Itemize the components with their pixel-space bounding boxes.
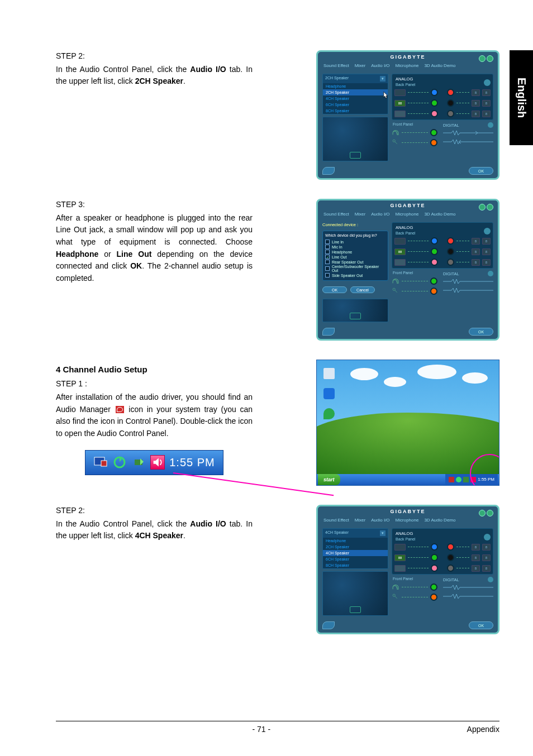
tab-audio-io[interactable]: Audio I/O <box>371 518 389 523</box>
jack-pink[interactable] <box>431 564 438 572</box>
dropdown-option[interactable]: 4CH Speaker <box>323 550 388 556</box>
checkbox[interactable] <box>325 240 330 244</box>
settings-icon[interactable] <box>488 577 493 582</box>
speaker-select-dropdown[interactable]: 4CH Speaker▾ Headphone 2CH Speaker 4CH S… <box>322 528 388 569</box>
dropdown-option[interactable]: 8CH Speaker <box>323 108 388 114</box>
close-icon[interactable] <box>487 55 493 62</box>
headphone-icon <box>392 128 399 136</box>
tray-refresh-icon[interactable] <box>112 455 127 470</box>
front-jack-orange[interactable] <box>430 594 437 601</box>
step1-4ch-text-block: 4 Channel Audio Setup STEP 1 : After ins… <box>56 360 253 475</box>
desktop-shortcut-icon[interactable] <box>321 386 337 401</box>
text: In the Audio Control Panel, click the <box>56 65 190 74</box>
speaker-sm-icon: 8 <box>482 111 491 117</box>
tab-audio-io[interactable]: Audio I/O <box>371 63 389 68</box>
tab-microphone[interactable]: Microphone <box>396 518 419 523</box>
desktop-recycle-bin-icon[interactable] <box>321 366 337 381</box>
tab-sound-effect[interactable]: Sound Effect <box>323 212 349 217</box>
tray-audio-manager-icon[interactable] <box>150 455 165 470</box>
close-icon[interactable] <box>487 510 493 516</box>
ok-button[interactable]: OK <box>469 167 493 175</box>
ok-button[interactable]: OK <box>469 621 493 629</box>
desktop-shortcut-icon[interactable] <box>321 406 337 422</box>
jack-grey[interactable] <box>447 564 454 572</box>
info-icon[interactable] <box>322 621 335 629</box>
tab-mixer[interactable]: Mixer <box>355 63 366 68</box>
settings-icon[interactable] <box>484 79 491 86</box>
jack-black[interactable] <box>447 99 454 107</box>
tab-3d-demo[interactable]: 3D Audio Demo <box>424 63 455 68</box>
jack-green[interactable] <box>431 554 438 561</box>
settings-icon[interactable] <box>484 534 491 540</box>
info-icon[interactable] <box>322 167 335 175</box>
checkbox-label: Side Speaker Out <box>332 274 363 277</box>
dropdown-option[interactable]: 8CH Speaker <box>323 562 388 568</box>
checkbox[interactable] <box>325 273 330 277</box>
checkbox[interactable]: ✓ <box>325 255 330 259</box>
start-button[interactable]: start <box>318 474 340 485</box>
checkbox[interactable] <box>325 266 330 271</box>
jack-green[interactable] <box>431 248 438 255</box>
info-icon[interactable] <box>322 328 335 336</box>
minimize-icon[interactable] <box>479 204 486 210</box>
ok-button[interactable]: OK <box>469 328 493 336</box>
tab-microphone[interactable]: Microphone <box>396 63 419 68</box>
jack-blue[interactable] <box>431 543 438 551</box>
popup-ok-button[interactable]: OK <box>322 286 347 293</box>
jack-green[interactable] <box>431 99 438 107</box>
jack-pink[interactable] <box>431 110 438 117</box>
tab-mixer[interactable]: Mixer <box>355 518 366 523</box>
jack-red[interactable] <box>447 89 454 96</box>
minimize-icon[interactable] <box>479 55 486 62</box>
jack-grey[interactable] <box>447 259 454 266</box>
tab-mixer[interactable]: Mixer <box>355 212 366 217</box>
tray-icon[interactable] <box>463 477 469 482</box>
checkbox[interactable] <box>325 260 330 264</box>
footer-section: Appendix <box>467 725 499 734</box>
jack-black[interactable] <box>447 554 454 561</box>
tray-monitor-icon[interactable] <box>93 455 108 470</box>
jack-red[interactable] <box>447 237 454 245</box>
tab-sound-effect[interactable]: Sound Effect <box>323 63 349 68</box>
tab-audio-io[interactable]: Audio I/O <box>371 212 389 217</box>
dropdown-option[interactable]: 2CH Speaker <box>323 89 388 95</box>
settings-icon[interactable] <box>488 122 493 128</box>
dropdown-option[interactable]: 4CH Speaker <box>323 95 388 102</box>
jack-grey[interactable] <box>447 110 454 117</box>
front-jack-green[interactable] <box>430 583 437 591</box>
minimize-icon[interactable] <box>479 510 486 516</box>
jack-blue[interactable] <box>431 89 438 96</box>
jack-blue[interactable] <box>431 237 438 245</box>
chevron-down-icon[interactable]: ▾ <box>380 76 386 82</box>
close-icon[interactable] <box>487 204 493 210</box>
tab-3d-demo[interactable]: 3D Audio Demo <box>424 518 455 523</box>
jack-black[interactable] <box>447 248 454 255</box>
front-panel-label: Front Panel <box>393 271 437 275</box>
settings-icon[interactable] <box>488 271 493 276</box>
popup-cancel-button[interactable]: Cancel <box>350 286 375 293</box>
jack-pink[interactable] <box>431 259 438 266</box>
tab-3d-demo[interactable]: 3D Audio Demo <box>424 212 455 217</box>
tray-icon[interactable] <box>449 477 454 482</box>
dropdown-selected: 2CH Speaker <box>325 76 349 82</box>
tray-remove-hardware-icon[interactable] <box>131 455 146 470</box>
dropdown-option[interactable]: Headphone <box>323 83 388 89</box>
dropdown-option[interactable]: Headphone <box>323 538 388 544</box>
jack-red[interactable] <box>447 543 454 551</box>
tab-microphone[interactable]: Microphone <box>396 212 419 217</box>
tab-sound-effect[interactable]: Sound Effect <box>323 518 349 523</box>
settings-icon[interactable] <box>484 228 491 235</box>
checkbox[interactable] <box>325 245 330 249</box>
tray-icon[interactable] <box>456 477 461 482</box>
front-jack-green[interactable] <box>430 129 437 136</box>
dropdown-option[interactable]: 6CH Speaker <box>323 556 388 562</box>
front-jack-green[interactable] <box>430 277 437 285</box>
dropdown-option[interactable]: 6CH Speaker <box>323 102 388 108</box>
speaker-sm-icon: 8 <box>482 248 491 255</box>
front-jack-orange[interactable] <box>430 288 437 295</box>
chevron-down-icon[interactable]: ▾ <box>380 530 386 536</box>
front-jack-orange[interactable] <box>430 139 437 146</box>
speaker-select-dropdown[interactable]: 2CH Speaker▾ Headphone 2CH Speaker 4CH S… <box>322 74 388 114</box>
checkbox[interactable] <box>325 250 330 254</box>
dropdown-option[interactable]: 2CH Speaker <box>323 544 388 550</box>
